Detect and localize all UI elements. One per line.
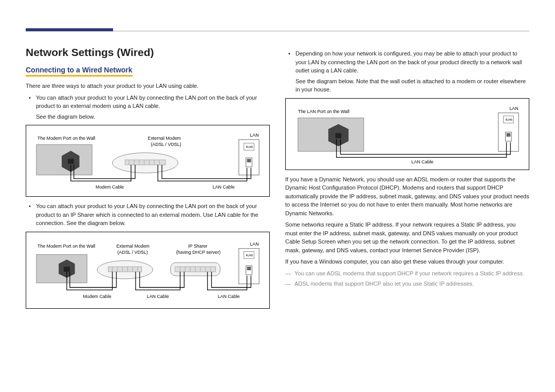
lan-label-2: LAN [250,241,258,246]
rj45-label: RJ45 [246,145,253,148]
intro-text: There are three ways to attach your prod… [26,82,270,90]
svg-rect-18 [64,267,70,272]
sharer-sublabel: (having DHCP server) [176,249,221,254]
sharer-label: IP Sharer [188,243,207,248]
lan-cable-label: LAN Cable [213,184,235,190]
right-column: Depending on how your network is configu… [285,46,529,314]
svg-rect-46 [507,133,511,137]
page-title: Network Settings (Wired) [26,46,270,59]
svg-rect-12 [239,140,259,175]
modem-cable-label: Modem Cable [96,184,124,190]
see-diagram-1: See the diagram below. [36,113,270,121]
wall-label-3: The LAN Port on the Wall [298,108,349,114]
method-list: You can attach your product to your LAN … [26,94,270,110]
rj45-label-3: RJ45 [506,118,513,121]
diagram-2: The Modem Port on the Wall External Mode… [26,232,270,309]
diagram-1: The Modem Port on the Wall External Mode… [26,125,270,197]
svg-rect-42 [336,133,342,138]
modem-label: External Modem [148,136,181,141]
note-1: You can use ADSL modems that support DHC… [285,269,529,278]
svg-rect-15 [247,159,251,162]
right-bullet-note: See the diagram below. Note that the wal… [295,77,529,94]
method-2: You can attach your product to your LAN … [36,202,270,228]
lan-cable-label-3: LAN Cable [412,159,434,164]
svg-rect-20 [108,267,142,272]
modem-sublabel-2: (ADSL / VDSL) [117,249,147,254]
method-list-3: Depending on how your network is configu… [285,49,529,75]
method-1: You can attach your product to your LAN … [36,94,270,110]
left-column: Network Settings (Wired) Connecting to a… [26,46,270,314]
diagram-3: The LAN Port on the Wall LAN RJ45 LAN Ca… [285,98,529,170]
modem-cable-label-2: Modem Cable [83,294,111,299]
lan-cable-label-2a: LAN Cable [147,294,169,299]
rj45-label-2: RJ45 [246,254,253,257]
method-list-2: You can attach your product to your LAN … [26,202,270,228]
method-3: Depending on how your network is configu… [295,49,529,75]
modem-sublabel: (ADSL / VDSL) [151,142,181,147]
diagram-3-svg: The LAN Port on the Wall LAN RJ45 LAN Ca… [291,104,524,164]
diagram-2-svg: The Modem Port on the Wall External Mode… [31,237,264,303]
note-2: ADSL modems that support DHCP also let y… [285,279,529,288]
header-rule [26,31,529,36]
page-content: Network Settings (Wired) Connecting to a… [26,46,529,314]
lan-cable-label-2b: LAN Cable [218,294,240,299]
section-heading: Connecting to a Wired Network [26,66,133,77]
windows-paragraph: If you have a Windows computer, you can … [285,257,529,266]
wall-label-2: The Modem Port on the Wall [38,243,95,248]
lan-label-3: LAN [509,105,518,110]
svg-rect-2 [68,159,74,164]
diagram-1-svg: The Modem Port on the Wall External Mode… [31,130,264,191]
modem-label-2: External Modem [116,243,150,248]
static-paragraph: Some networks require a Static IP addres… [285,220,529,254]
lan-label: LAN [250,133,258,138]
svg-rect-39 [247,267,251,270]
dhcp-paragraph: If you have a Dynamic Network, you shoul… [285,175,529,218]
wall-label: The Modem Port on the Wall [38,136,95,141]
